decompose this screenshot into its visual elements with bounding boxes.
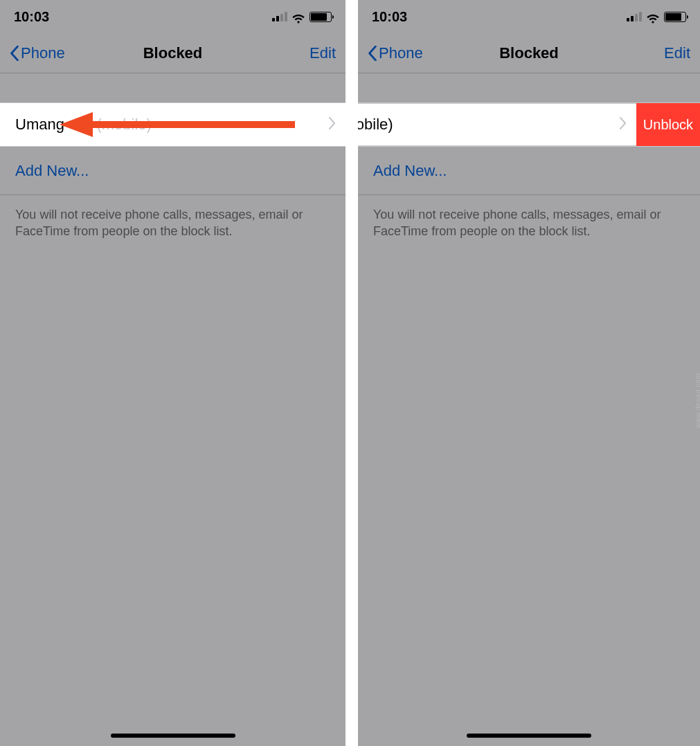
cellular-signal-icon (272, 12, 287, 21)
screenshot-left: 10:03 Phone Blocked Edit Umang iG3 (mobi… (0, 0, 345, 746)
back-label: Phone (379, 44, 423, 62)
wifi-icon (291, 12, 305, 22)
home-indicator[interactable] (111, 734, 235, 738)
chevron-left-icon (10, 46, 19, 61)
edit-button[interactable]: Edit (309, 44, 336, 62)
home-indicator[interactable] (467, 734, 591, 738)
battery-icon (664, 12, 686, 22)
status-icons (627, 12, 686, 22)
watermark-text: www.deuaq.com (695, 373, 701, 428)
cellular-signal-icon (627, 12, 642, 21)
back-button[interactable]: Phone (368, 44, 423, 62)
blocked-contact-row-swiped[interactable]: g iGB (mobile) Unblock (358, 102, 700, 147)
add-new-label: Add New... (373, 162, 447, 180)
edit-button[interactable]: Edit (664, 44, 690, 62)
contact-name: Umang iG3 (mobile) (0, 116, 152, 134)
chevron-right-icon (329, 117, 336, 132)
page-title: Blocked (499, 44, 559, 62)
back-button[interactable]: Phone (10, 44, 65, 62)
status-time: 10:03 (372, 9, 407, 25)
add-new-row[interactable]: Add New... (0, 147, 345, 195)
status-bar: 10:03 (358, 0, 700, 33)
back-label: Phone (21, 44, 65, 62)
add-new-row[interactable]: Add New... (358, 147, 700, 195)
status-icons (272, 12, 332, 22)
blocked-contact-row[interactable]: Umang iG3 (mobile) (0, 102, 345, 147)
status-bar: 10:03 (0, 0, 345, 33)
chevron-right-icon (620, 117, 627, 132)
add-new-label: Add New... (15, 162, 89, 180)
page-title: Blocked (143, 44, 203, 62)
chevron-left-icon (368, 46, 377, 61)
screenshot-right: 10:03 Phone Blocked Edit g iGB (mobile) (358, 0, 700, 746)
battery-icon (309, 12, 332, 22)
nav-bar: Phone Blocked Edit (0, 33, 345, 73)
status-time: 10:03 (14, 9, 49, 25)
nav-bar: Phone Blocked Edit (358, 33, 700, 73)
wifi-icon (646, 12, 660, 22)
contact-name: g iGB (mobile) (358, 116, 393, 134)
unblock-button[interactable]: Unblock (636, 103, 700, 146)
footer-description: You will not receive phone calls, messag… (0, 195, 345, 251)
footer-description: You will not receive phone calls, messag… (358, 195, 700, 251)
